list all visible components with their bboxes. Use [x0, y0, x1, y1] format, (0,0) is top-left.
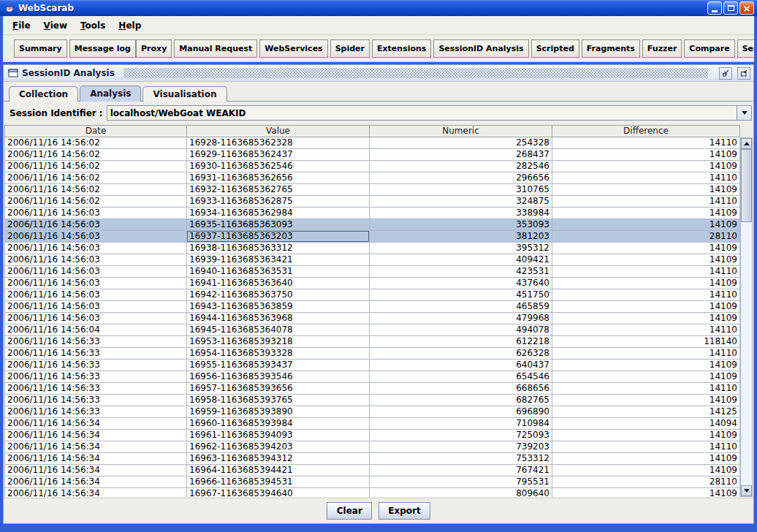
table-row[interactable]: 2006/11/16 14:56:0216930-116368536254628…	[4, 161, 740, 172]
table-cell[interactable]: 14125	[552, 406, 740, 417]
table-row[interactable]: 2006/11/16 14:56:0316934-116368536298433…	[4, 208, 740, 219]
table-cell[interactable]: 14109	[552, 371, 740, 382]
table-cell[interactable]: 16958-1163685393765	[187, 395, 370, 406]
table-cell[interactable]: 324875	[370, 196, 552, 207]
close-button[interactable]: ×	[739, 1, 754, 15]
table-cell[interactable]: 14110	[552, 324, 740, 335]
table-cell[interactable]: 2006/11/16 14:56:03	[4, 219, 187, 230]
table-cell[interactable]: 423531	[370, 266, 552, 277]
table-row[interactable]: 2006/11/16 14:56:3416966-116368539453179…	[4, 476, 740, 488]
table-row[interactable]: 2006/11/16 14:56:3316958-116368539376568…	[4, 395, 740, 406]
table-row[interactable]: 2006/11/16 14:56:0216931-116368536265629…	[4, 172, 740, 184]
table-row[interactable]: 2006/11/16 14:56:0316941-116368536364043…	[4, 278, 740, 289]
table-cell[interactable]: 16967-1163685394640	[187, 488, 370, 497]
table-cell[interactable]: 16966-1163685394531	[187, 476, 370, 487]
table-cell[interactable]: 16956-1163685393546	[187, 371, 370, 382]
table-cell[interactable]: 451750	[370, 289, 552, 300]
minimize-button[interactable]	[707, 1, 722, 15]
table-cell[interactable]: 16935-1163685363093	[187, 219, 370, 230]
column-header-date[interactable]: Date	[4, 125, 187, 137]
table-cell[interactable]: 14110	[552, 172, 740, 183]
table-cell[interactable]: 381203	[370, 231, 552, 242]
table-cell[interactable]: 16939-1163685363421	[187, 254, 370, 265]
maximize-button[interactable]	[723, 1, 738, 15]
toolbar-button-summary[interactable]: Summary	[14, 39, 67, 58]
table-cell[interactable]: 14109	[552, 184, 740, 195]
table-cell[interactable]: 16937-1163685363203	[187, 231, 370, 242]
table-cell[interactable]: 2006/11/16 14:56:34	[4, 465, 187, 476]
table-cell[interactable]: 2006/11/16 14:56:03	[4, 278, 187, 289]
table-cell[interactable]: 654546	[370, 371, 552, 382]
table-cell[interactable]: 14109	[552, 161, 740, 172]
table-row[interactable]: 2006/11/16 14:56:3316956-116368539354665…	[4, 371, 740, 383]
table-cell[interactable]: 2006/11/16 14:56:34	[4, 418, 187, 429]
table-row[interactable]: 2006/11/16 14:56:3316955-116368539343764…	[4, 360, 740, 371]
table-cell[interactable]: 16961-1163685394093	[187, 430, 370, 441]
menu-help[interactable]: Help	[112, 18, 148, 33]
table-row[interactable]: 2006/11/16 14:56:3316953-116368539321861…	[4, 336, 740, 348]
table-row[interactable]: 2006/11/16 14:56:3316954-116368539332862…	[4, 348, 740, 360]
table-cell[interactable]: 696890	[370, 406, 552, 417]
table-cell[interactable]: 28110	[552, 476, 740, 487]
table-cell[interactable]: 282546	[370, 161, 552, 172]
table-cell[interactable]: 16934-1163685362984	[187, 208, 370, 218]
table-cell[interactable]: 118140	[552, 336, 740, 347]
table-cell[interactable]: 16940-1163685363531	[187, 266, 370, 277]
table-cell[interactable]: 16938-1163685363312	[187, 243, 370, 254]
table-cell[interactable]: 16941-1163685363640	[187, 278, 370, 289]
table-cell[interactable]: 710984	[370, 418, 552, 429]
table-cell[interactable]: 14109	[552, 278, 740, 289]
menu-view[interactable]: View	[37, 18, 74, 33]
table-cell[interactable]: 14110	[552, 196, 740, 207]
table-cell[interactable]: 16943-1163685363859	[187, 301, 370, 312]
table-cell[interactable]: 14109	[552, 149, 740, 160]
table-cell[interactable]: 668656	[370, 383, 552, 394]
table-row[interactable]: 2006/11/16 14:56:3416967-116368539464080…	[4, 488, 740, 497]
table-row[interactable]: 2006/11/16 14:56:3416964-116368539442176…	[4, 465, 740, 476]
table-cell[interactable]: 2006/11/16 14:56:03	[4, 208, 187, 218]
table-row[interactable]: 2006/11/16 14:56:3416961-116368539409372…	[4, 430, 740, 441]
table-cell[interactable]: 16954-1163685393328	[187, 348, 370, 359]
table-cell[interactable]: 254328	[370, 137, 552, 148]
table-cell[interactable]: 16928-1163685362328	[187, 137, 370, 148]
table-cell[interactable]: 682765	[370, 395, 552, 406]
table-cell[interactable]: 409421	[370, 254, 552, 265]
table-cell[interactable]: 14109	[552, 219, 740, 230]
table-cell[interactable]: 14109	[552, 453, 740, 464]
table-cell[interactable]: 2006/11/16 14:56:33	[4, 383, 187, 394]
column-header-value[interactable]: Value	[187, 125, 370, 137]
table-cell[interactable]: 16945-1163685364078	[187, 324, 370, 335]
column-header-difference[interactable]: Difference	[552, 125, 740, 137]
table-row[interactable]: 2006/11/16 14:56:0316937-116368536320338…	[4, 231, 740, 243]
table-cell[interactable]: 2006/11/16 14:56:04	[4, 324, 187, 335]
table-cell[interactable]: 2006/11/16 14:56:34	[4, 430, 187, 441]
table-cell[interactable]: 2006/11/16 14:56:03	[4, 313, 187, 324]
table-cell[interactable]: 795531	[370, 476, 552, 487]
clear-button[interactable]: Clear	[327, 502, 372, 520]
table-cell[interactable]: 16962-1163685394203	[187, 441, 370, 452]
table-cell[interactable]: 612218	[370, 336, 552, 347]
table-cell[interactable]: 338984	[370, 208, 552, 218]
table-cell[interactable]: 14109	[552, 301, 740, 312]
table-cell[interactable]: 353093	[370, 219, 552, 230]
table-cell[interactable]: 395312	[370, 243, 552, 254]
toolbar-button-message-log[interactable]: Message log	[69, 39, 136, 58]
toolbar-button-scripted[interactable]: Scripted	[531, 39, 579, 58]
table-cell[interactable]: 809640	[370, 488, 552, 497]
table-cell[interactable]: 310765	[370, 184, 552, 195]
table-cell[interactable]: 640437	[370, 360, 552, 370]
table-cell[interactable]: 16957-1163685393656	[187, 383, 370, 394]
table-row[interactable]: 2006/11/16 14:56:0316943-116368536385946…	[4, 301, 740, 313]
scrollbar-thumb[interactable]	[741, 149, 752, 222]
toolbar-button-search[interactable]: Search	[737, 39, 754, 58]
table-cell[interactable]: 725093	[370, 430, 552, 441]
table-cell[interactable]: 626328	[370, 348, 552, 359]
table-cell[interactable]: 2006/11/16 14:56:34	[4, 488, 187, 497]
tab-collection[interactable]: Collection	[9, 86, 78, 102]
toolbar-button-fuzzer[interactable]: Fuzzer	[642, 39, 682, 58]
table-cell[interactable]: 2006/11/16 14:56:02	[4, 161, 187, 172]
table-cell[interactable]: 16959-1163685393890	[187, 406, 370, 417]
table-cell[interactable]: 14109	[552, 430, 740, 441]
table-cell[interactable]: 14110	[552, 289, 740, 300]
table-cell[interactable]: 14109	[552, 208, 740, 218]
